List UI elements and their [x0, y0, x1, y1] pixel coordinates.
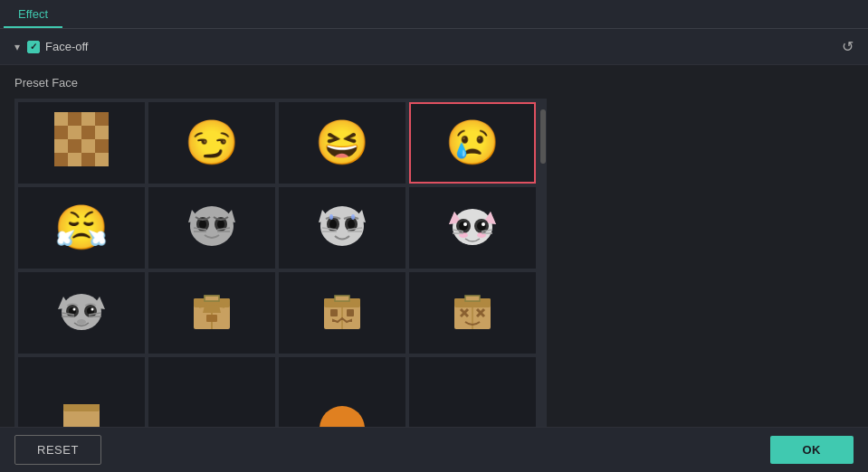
face-off-checkbox[interactable]	[27, 41, 40, 53]
svg-rect-1	[68, 112, 81, 126]
svg-rect-76	[206, 315, 217, 322]
section-header: ▾ Face-off ↺	[0, 29, 868, 65]
svg-rect-3	[95, 112, 109, 126]
svg-rect-4	[54, 126, 68, 139]
svg-rect-80	[335, 296, 349, 301]
svg-rect-81	[330, 309, 338, 316]
emoji-partial-1-icon	[54, 401, 109, 427]
face-off-toggle[interactable]: Face-off	[27, 40, 835, 53]
emoji-partial-3-icon	[315, 406, 369, 427]
svg-rect-74	[205, 296, 219, 301]
svg-point-95	[320, 406, 365, 427]
svg-rect-5	[68, 126, 81, 139]
emoji-cell-gray-cat[interactable]	[18, 272, 145, 354]
section-reset-icon[interactable]: ↺	[842, 38, 854, 55]
emoji-grid-container: 😏 😆 😢 😤	[14, 99, 854, 427]
svg-rect-2	[81, 112, 95, 126]
emoji-partial-2-icon	[185, 406, 239, 427]
svg-rect-6	[81, 126, 95, 139]
tab-bar: Effect	[0, 0, 868, 29]
emoji-angry-cat-icon	[185, 197, 239, 259]
svg-rect-7	[95, 126, 109, 139]
svg-rect-12	[54, 153, 68, 166]
svg-point-65	[91, 308, 94, 311]
emoji-grid: 😏 😆 😢 😤	[14, 99, 539, 427]
emoji-cell-box-face[interactable]	[279, 272, 405, 354]
svg-point-39	[351, 214, 355, 220]
svg-rect-11	[95, 139, 109, 153]
svg-point-32	[329, 220, 337, 229]
emoji-cell-partial-3[interactable]	[279, 357, 405, 427]
svg-point-47	[459, 222, 468, 231]
emoji-cry-icon: 😢	[445, 121, 500, 165]
svg-point-48	[477, 222, 486, 231]
emoji-cell-box-x[interactable]	[409, 272, 536, 354]
svg-point-21	[199, 220, 206, 229]
face-off-label: Face-off	[45, 40, 88, 53]
svg-rect-13	[68, 153, 81, 166]
preset-face-label: Preset Face	[14, 76, 854, 90]
emoji-crying-cat-icon	[315, 197, 369, 259]
emoji-cell-angry-face[interactable]: 😤	[18, 187, 145, 269]
svg-point-66	[77, 319, 86, 325]
svg-rect-14	[81, 153, 95, 166]
emoji-cell-partial-2[interactable]	[148, 357, 275, 427]
emoji-laugh-icon: 😆	[315, 121, 369, 165]
emoji-cell-partial-4[interactable]	[409, 357, 536, 427]
bottom-bar: RESET OK	[0, 427, 868, 472]
emoji-cell-smirk[interactable]: 😏	[148, 102, 275, 184]
chevron-down-icon[interactable]: ▾	[14, 41, 20, 53]
svg-point-49	[463, 222, 467, 226]
emoji-mosaic-icon	[54, 112, 109, 174]
emoji-cell-crying-cat[interactable]	[279, 187, 405, 269]
svg-rect-82	[347, 309, 354, 316]
emoji-box-face-icon	[315, 282, 369, 344]
emoji-partial-4-icon	[445, 406, 500, 427]
emoji-cell-box-plain[interactable]	[148, 272, 275, 354]
main-content: ▾ Face-off ↺ Preset Face	[0, 29, 868, 427]
reset-button[interactable]: RESET	[14, 435, 101, 465]
tab-effect[interactable]: Effect	[4, 2, 62, 28]
svg-rect-0	[54, 112, 68, 126]
emoji-box-x-icon	[445, 282, 500, 344]
scrollbar-thumb[interactable]	[540, 109, 546, 164]
emoji-cute-cat-icon	[445, 197, 500, 259]
svg-rect-10	[81, 139, 95, 153]
emoji-cell-cute-cat[interactable]	[409, 187, 536, 269]
scrollbar[interactable]	[539, 99, 547, 427]
emoji-cell-mosaic[interactable]	[18, 102, 145, 184]
svg-point-38	[329, 214, 333, 220]
svg-rect-8	[54, 139, 68, 153]
emoji-gray-cat-icon	[54, 282, 109, 344]
svg-point-64	[73, 308, 76, 311]
emoji-cell-cry[interactable]: 😢	[409, 102, 536, 184]
svg-rect-92	[63, 404, 100, 411]
emoji-cell-angry-cat[interactable]	[148, 187, 275, 269]
svg-rect-15	[95, 153, 109, 166]
emoji-cell-laugh[interactable]: 😆	[279, 102, 405, 184]
ok-button[interactable]: OK	[770, 436, 854, 464]
svg-point-16	[190, 206, 234, 246]
svg-rect-86	[465, 296, 480, 301]
emoji-cell-partial-1[interactable]	[18, 357, 145, 427]
emoji-angry-face-icon: 😤	[54, 206, 109, 250]
emoji-smirk-icon: 😏	[185, 121, 239, 165]
emoji-box-plain-icon	[185, 282, 239, 344]
svg-point-50	[482, 222, 485, 226]
preset-face-section: Preset Face	[0, 65, 868, 427]
svg-rect-9	[68, 139, 81, 153]
svg-point-33	[348, 220, 355, 229]
svg-point-22	[217, 220, 224, 229]
